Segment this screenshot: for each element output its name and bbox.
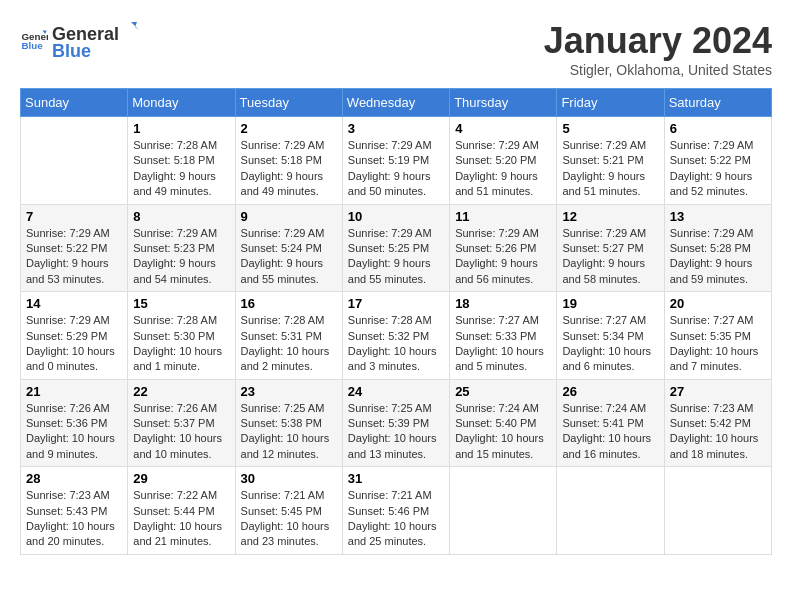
day-info: Sunrise: 7:21 AM Sunset: 5:46 PM Dayligh… [348, 488, 444, 550]
calendar-cell: 2Sunrise: 7:29 AM Sunset: 5:18 PM Daylig… [235, 117, 342, 205]
day-info: Sunrise: 7:27 AM Sunset: 5:34 PM Dayligh… [562, 313, 658, 375]
day-info: Sunrise: 7:26 AM Sunset: 5:37 PM Dayligh… [133, 401, 229, 463]
calendar-cell: 14Sunrise: 7:29 AM Sunset: 5:29 PM Dayli… [21, 292, 128, 380]
calendar-cell: 23Sunrise: 7:25 AM Sunset: 5:38 PM Dayli… [235, 379, 342, 467]
header-cell-wednesday: Wednesday [342, 89, 449, 117]
day-number: 16 [241, 296, 337, 311]
calendar-cell: 1Sunrise: 7:28 AM Sunset: 5:18 PM Daylig… [128, 117, 235, 205]
day-number: 31 [348, 471, 444, 486]
day-number: 17 [348, 296, 444, 311]
day-number: 4 [455, 121, 551, 136]
calendar-cell: 9Sunrise: 7:29 AM Sunset: 5:24 PM Daylig… [235, 204, 342, 292]
calendar-cell: 27Sunrise: 7:23 AM Sunset: 5:42 PM Dayli… [664, 379, 771, 467]
day-number: 24 [348, 384, 444, 399]
day-number: 30 [241, 471, 337, 486]
day-info: Sunrise: 7:21 AM Sunset: 5:45 PM Dayligh… [241, 488, 337, 550]
day-number: 10 [348, 209, 444, 224]
day-number: 19 [562, 296, 658, 311]
week-row-4: 21Sunrise: 7:26 AM Sunset: 5:36 PM Dayli… [21, 379, 772, 467]
calendar-cell: 3Sunrise: 7:29 AM Sunset: 5:19 PM Daylig… [342, 117, 449, 205]
day-info: Sunrise: 7:27 AM Sunset: 5:35 PM Dayligh… [670, 313, 766, 375]
title-section: January 2024 Stigler, Oklahoma, United S… [544, 20, 772, 78]
day-number: 22 [133, 384, 229, 399]
day-info: Sunrise: 7:29 AM Sunset: 5:26 PM Dayligh… [455, 226, 551, 288]
calendar-cell: 29Sunrise: 7:22 AM Sunset: 5:44 PM Dayli… [128, 467, 235, 555]
day-number: 13 [670, 209, 766, 224]
day-info: Sunrise: 7:29 AM Sunset: 5:27 PM Dayligh… [562, 226, 658, 288]
month-title: January 2024 [544, 20, 772, 62]
day-number: 21 [26, 384, 122, 399]
logo-bird-icon [121, 20, 141, 40]
calendar-cell: 15Sunrise: 7:28 AM Sunset: 5:30 PM Dayli… [128, 292, 235, 380]
calendar-table: SundayMondayTuesdayWednesdayThursdayFrid… [20, 88, 772, 555]
page-header: General Blue General Blue January 2024 S… [20, 20, 772, 78]
day-info: Sunrise: 7:29 AM Sunset: 5:24 PM Dayligh… [241, 226, 337, 288]
calendar-cell: 17Sunrise: 7:28 AM Sunset: 5:32 PM Dayli… [342, 292, 449, 380]
day-info: Sunrise: 7:28 AM Sunset: 5:30 PM Dayligh… [133, 313, 229, 375]
day-number: 20 [670, 296, 766, 311]
day-info: Sunrise: 7:24 AM Sunset: 5:40 PM Dayligh… [455, 401, 551, 463]
day-info: Sunrise: 7:29 AM Sunset: 5:22 PM Dayligh… [670, 138, 766, 200]
day-number: 11 [455, 209, 551, 224]
day-number: 28 [26, 471, 122, 486]
calendar-cell [557, 467, 664, 555]
calendar-cell: 6Sunrise: 7:29 AM Sunset: 5:22 PM Daylig… [664, 117, 771, 205]
calendar-cell: 8Sunrise: 7:29 AM Sunset: 5:23 PM Daylig… [128, 204, 235, 292]
week-row-1: 1Sunrise: 7:28 AM Sunset: 5:18 PM Daylig… [21, 117, 772, 205]
header-row: SundayMondayTuesdayWednesdayThursdayFrid… [21, 89, 772, 117]
header-cell-thursday: Thursday [450, 89, 557, 117]
calendar-cell [21, 117, 128, 205]
calendar-cell: 4Sunrise: 7:29 AM Sunset: 5:20 PM Daylig… [450, 117, 557, 205]
header-cell-friday: Friday [557, 89, 664, 117]
day-number: 26 [562, 384, 658, 399]
day-number: 7 [26, 209, 122, 224]
location-subtitle: Stigler, Oklahoma, United States [544, 62, 772, 78]
day-number: 14 [26, 296, 122, 311]
week-row-2: 7Sunrise: 7:29 AM Sunset: 5:22 PM Daylig… [21, 204, 772, 292]
day-number: 12 [562, 209, 658, 224]
calendar-cell: 19Sunrise: 7:27 AM Sunset: 5:34 PM Dayli… [557, 292, 664, 380]
calendar-cell: 31Sunrise: 7:21 AM Sunset: 5:46 PM Dayli… [342, 467, 449, 555]
calendar-cell: 13Sunrise: 7:29 AM Sunset: 5:28 PM Dayli… [664, 204, 771, 292]
calendar-cell: 22Sunrise: 7:26 AM Sunset: 5:37 PM Dayli… [128, 379, 235, 467]
day-number: 1 [133, 121, 229, 136]
day-number: 25 [455, 384, 551, 399]
calendar-cell: 12Sunrise: 7:29 AM Sunset: 5:27 PM Dayli… [557, 204, 664, 292]
calendar-cell: 20Sunrise: 7:27 AM Sunset: 5:35 PM Dayli… [664, 292, 771, 380]
calendar-body: 1Sunrise: 7:28 AM Sunset: 5:18 PM Daylig… [21, 117, 772, 555]
day-info: Sunrise: 7:22 AM Sunset: 5:44 PM Dayligh… [133, 488, 229, 550]
calendar-cell: 28Sunrise: 7:23 AM Sunset: 5:43 PM Dayli… [21, 467, 128, 555]
header-cell-monday: Monday [128, 89, 235, 117]
header-cell-saturday: Saturday [664, 89, 771, 117]
svg-marker-3 [131, 22, 139, 30]
calendar-cell [664, 467, 771, 555]
day-info: Sunrise: 7:28 AM Sunset: 5:32 PM Dayligh… [348, 313, 444, 375]
day-info: Sunrise: 7:29 AM Sunset: 5:28 PM Dayligh… [670, 226, 766, 288]
day-info: Sunrise: 7:29 AM Sunset: 5:21 PM Dayligh… [562, 138, 658, 200]
week-row-5: 28Sunrise: 7:23 AM Sunset: 5:43 PM Dayli… [21, 467, 772, 555]
day-number: 23 [241, 384, 337, 399]
day-number: 2 [241, 121, 337, 136]
calendar-cell: 10Sunrise: 7:29 AM Sunset: 5:25 PM Dayli… [342, 204, 449, 292]
day-number: 3 [348, 121, 444, 136]
day-info: Sunrise: 7:29 AM Sunset: 5:23 PM Dayligh… [133, 226, 229, 288]
header-cell-sunday: Sunday [21, 89, 128, 117]
day-info: Sunrise: 7:28 AM Sunset: 5:18 PM Dayligh… [133, 138, 229, 200]
day-info: Sunrise: 7:29 AM Sunset: 5:22 PM Dayligh… [26, 226, 122, 288]
day-info: Sunrise: 7:23 AM Sunset: 5:43 PM Dayligh… [26, 488, 122, 550]
day-info: Sunrise: 7:25 AM Sunset: 5:38 PM Dayligh… [241, 401, 337, 463]
calendar-cell: 24Sunrise: 7:25 AM Sunset: 5:39 PM Dayli… [342, 379, 449, 467]
day-info: Sunrise: 7:29 AM Sunset: 5:19 PM Dayligh… [348, 138, 444, 200]
day-number: 15 [133, 296, 229, 311]
day-info: Sunrise: 7:25 AM Sunset: 5:39 PM Dayligh… [348, 401, 444, 463]
day-number: 5 [562, 121, 658, 136]
logo-icon: General Blue [20, 27, 48, 55]
day-info: Sunrise: 7:29 AM Sunset: 5:29 PM Dayligh… [26, 313, 122, 375]
day-info: Sunrise: 7:29 AM Sunset: 5:20 PM Dayligh… [455, 138, 551, 200]
calendar-cell: 7Sunrise: 7:29 AM Sunset: 5:22 PM Daylig… [21, 204, 128, 292]
calendar-cell: 18Sunrise: 7:27 AM Sunset: 5:33 PM Dayli… [450, 292, 557, 380]
calendar-cell: 16Sunrise: 7:28 AM Sunset: 5:31 PM Dayli… [235, 292, 342, 380]
day-number: 6 [670, 121, 766, 136]
day-info: Sunrise: 7:28 AM Sunset: 5:31 PM Dayligh… [241, 313, 337, 375]
week-row-3: 14Sunrise: 7:29 AM Sunset: 5:29 PM Dayli… [21, 292, 772, 380]
